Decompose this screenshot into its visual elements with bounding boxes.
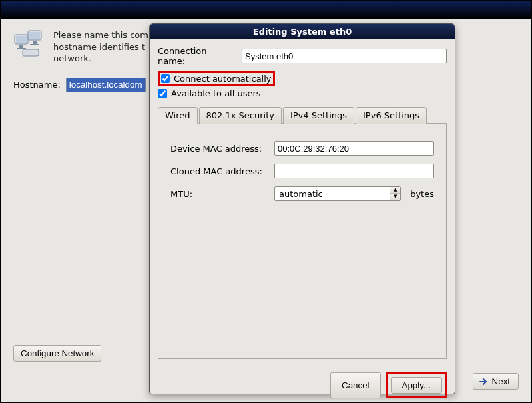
apply-button[interactable]: Apply...: [391, 377, 442, 394]
svg-rect-6: [33, 41, 37, 44]
spinner-up-icon[interactable]: ▲: [390, 187, 400, 194]
tab-ipv6[interactable]: IPv6 Settings: [356, 107, 427, 124]
connection-name-input[interactable]: [242, 49, 447, 63]
mtu-label: MTU:: [170, 189, 269, 199]
intro-text: Please name this com hostname identifies…: [53, 29, 148, 65]
window-title-bar: [1, 1, 531, 19]
intro-line-3: network.: [53, 53, 148, 65]
svg-rect-2: [19, 45, 23, 48]
mtu-spinner-buttons[interactable]: ▲ ▼: [390, 187, 400, 200]
available-all-users-checkbox[interactable]: [158, 89, 167, 98]
connect-automatically-label[interactable]: Connect automatically: [174, 74, 272, 84]
cloned-mac-input[interactable]: [274, 164, 434, 178]
wired-tab-panel: Device MAC address: Cloned MAC address: …: [158, 124, 447, 359]
next-button-label: Next: [492, 376, 510, 386]
next-button[interactable]: Next: [473, 373, 519, 390]
spinner-down-icon[interactable]: ▼: [390, 194, 400, 200]
configure-network-button[interactable]: Configure Network: [13, 345, 101, 362]
available-all-users-label[interactable]: Available to all users: [171, 88, 261, 98]
svg-rect-1: [16, 36, 27, 43]
svg-rect-5: [29, 32, 40, 39]
intro-line-2: hostname identifies t: [53, 41, 148, 53]
dialog-title: Editing System eth0: [150, 24, 455, 39]
arrow-right-icon: [479, 377, 488, 386]
highlight-connect-automatically: Connect automatically: [158, 71, 275, 86]
tab-strip: Wired 802.1x Security IPv4 Settings IPv6…: [158, 106, 447, 124]
device-mac-label: Device MAC address:: [170, 144, 269, 154]
tab-ipv4[interactable]: IPv4 Settings: [283, 107, 354, 124]
svg-rect-7: [30, 44, 39, 45]
svg-rect-8: [23, 49, 39, 56]
hostname-input[interactable]: [66, 78, 146, 92]
edit-connection-dialog: Editing System eth0 Connection name: Con…: [149, 23, 455, 394]
installer-window: Please name this com hostname identifies…: [0, 0, 532, 403]
connection-name-label: Connection name:: [158, 46, 235, 66]
computers-icon: [13, 29, 45, 57]
mtu-value: automatic: [275, 189, 390, 199]
device-mac-input[interactable]: [274, 141, 434, 156]
intro-line-1: Please name this com: [53, 29, 148, 41]
mtu-unit: bytes: [410, 189, 434, 199]
hostname-label: Hostname:: [13, 80, 61, 90]
tab-8021x[interactable]: 802.1x Security: [199, 107, 282, 124]
highlight-apply: Apply...: [386, 372, 447, 398]
connect-automatically-checkbox[interactable]: [161, 74, 170, 83]
mtu-spinbox[interactable]: automatic ▲ ▼: [274, 186, 401, 201]
cloned-mac-label: Cloned MAC address:: [170, 166, 269, 176]
cancel-button[interactable]: Cancel: [330, 372, 381, 398]
tab-wired[interactable]: Wired: [158, 107, 198, 124]
